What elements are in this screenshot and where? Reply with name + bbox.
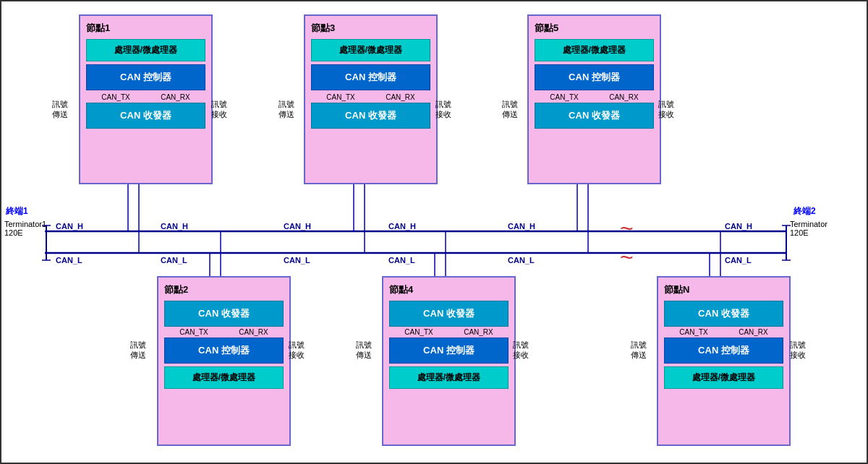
break-symbol-2: ~ xyxy=(620,244,634,271)
node4-rx: CAN_RX xyxy=(464,328,493,336)
node4-transceiver: CAN 收發器 xyxy=(389,301,509,327)
node5-rx: CAN_RX xyxy=(609,93,639,101)
terminator2-label: 終端2 xyxy=(793,205,816,218)
diagram: 終端1 Terminator1120E 終端2 Terminator120E C… xyxy=(0,0,868,464)
node1-tx: CAN_TX xyxy=(101,93,129,101)
node2-tx: CAN_TX xyxy=(179,328,208,336)
node4-title: 節點4 xyxy=(389,283,509,296)
node2-signal-send: 訊號傳送 xyxy=(130,340,146,361)
node4-processor: 處理器/微處理器 xyxy=(389,366,509,389)
node5-controller: CAN 控制器 xyxy=(535,64,654,90)
nodeN: 節點N CAN 收發器 CAN_TX CAN_RX CAN 控制器 處理器/微處… xyxy=(657,276,791,446)
node2-txrx: CAN_TX CAN_RX xyxy=(164,328,284,336)
bus-canh-label-left: CAN_H xyxy=(56,222,83,231)
bus-canl-label-left: CAN_L xyxy=(56,256,82,265)
bus-canl-label-3: CAN_L xyxy=(284,256,310,265)
node4-tx: CAN_TX xyxy=(404,328,433,336)
node2-rx: CAN_RX xyxy=(239,328,268,336)
nodeN-controller: CAN 控制器 xyxy=(664,338,783,364)
bus-canh-label-3: CAN_H xyxy=(284,222,311,231)
node4: 節點4 CAN 收發器 CAN_TX CAN_RX CAN 控制器 處理器/微處… xyxy=(382,276,516,446)
node3-title: 節點3 xyxy=(311,22,430,35)
node3-txrx: CAN_TX CAN_RX xyxy=(311,93,430,101)
node5-processor: 處理器/微處理器 xyxy=(535,39,654,61)
nodeN-transceiver: CAN 收發器 xyxy=(664,301,783,327)
bus-canh-label-5: CAN_H xyxy=(508,222,535,231)
node4-controller: CAN 控制器 xyxy=(389,338,509,364)
node1-processor: 處理器/微處理器 xyxy=(86,39,205,61)
node5-txrx: CAN_TX CAN_RX xyxy=(535,93,654,101)
node5-signal-recv: 訊號接收 xyxy=(658,99,674,120)
nodeN-title: 節點N xyxy=(664,283,783,296)
bus-canh-label-n: CAN_H xyxy=(725,222,752,231)
node3-controller: CAN 控制器 xyxy=(311,64,430,90)
nodeN-tx: CAN_TX xyxy=(679,328,707,336)
node4-txrx: CAN_TX CAN_RX xyxy=(389,328,509,336)
node2-title: 節點2 xyxy=(164,283,284,296)
node5-signal-send: 訊號傳送 xyxy=(502,99,518,120)
break-symbol: ~ xyxy=(620,215,634,242)
node3-signal-recv: 訊號接收 xyxy=(435,99,451,120)
node2-processor: 處理器/微處理器 xyxy=(164,366,284,389)
node1-transceiver: CAN 收發器 xyxy=(86,103,205,129)
terminator2-sublabel: Terminator120E xyxy=(790,220,827,237)
bus-canh-label-2: CAN_H xyxy=(161,222,188,231)
node1-title: 節點1 xyxy=(86,22,205,35)
node4-signal-recv: 訊號接收 xyxy=(513,340,529,361)
node2-signal-recv: 訊號接收 xyxy=(289,340,305,361)
node1-signal-recv: 訊號接收 xyxy=(211,99,227,120)
node5-transceiver: CAN 收發器 xyxy=(535,103,654,129)
node2: 節點2 CAN 收發器 CAN_TX CAN_RX CAN 控制器 處理器/微處… xyxy=(157,276,291,446)
bus-canl-label-2: CAN_L xyxy=(161,256,187,265)
node1-controller: CAN 控制器 xyxy=(86,64,205,90)
node2-transceiver: CAN 收發器 xyxy=(164,301,284,327)
node3-transceiver: CAN 收發器 xyxy=(311,103,430,129)
bus-canl-label-n: CAN_L xyxy=(725,256,752,265)
nodeN-signal-recv: 訊號接收 xyxy=(790,340,806,361)
bus-canl-label-5: CAN_L xyxy=(508,256,535,265)
node1: 節點1 處理器/微處理器 CAN 控制器 CAN_TX CAN_RX CAN 收… xyxy=(79,14,213,184)
nodeN-processor: 處理器/微處理器 xyxy=(664,366,783,389)
nodeN-txrx: CAN_TX CAN_RX xyxy=(664,328,783,336)
node3-signal-send: 訊號傳送 xyxy=(278,99,294,120)
node1-rx: CAN_RX xyxy=(161,93,190,101)
node5-tx: CAN_TX xyxy=(550,93,578,101)
node3-tx: CAN_TX xyxy=(326,93,354,101)
node4-signal-send: 訊號傳送 xyxy=(356,340,372,361)
terminator1-sublabel: Terminator1120E xyxy=(4,220,46,237)
node1-txrx: CAN_TX CAN_RX xyxy=(86,93,205,101)
node3-processor: 處理器/微處理器 xyxy=(311,39,430,61)
node3: 節點3 處理器/微處理器 CAN 控制器 CAN_TX CAN_RX CAN 收… xyxy=(304,14,438,184)
node1-signal-send: 訊號傳送 xyxy=(52,99,68,120)
node2-controller: CAN 控制器 xyxy=(164,338,284,364)
node3-rx: CAN_RX xyxy=(386,93,415,101)
bus-canl-label-4: CAN_L xyxy=(388,256,415,265)
node5-title: 節點5 xyxy=(535,22,654,35)
nodeN-rx: CAN_RX xyxy=(739,328,768,336)
nodeN-signal-send: 訊號傳送 xyxy=(631,340,647,361)
node5: 節點5 處理器/微處理器 CAN 控制器 CAN_TX CAN_RX CAN 收… xyxy=(527,14,661,184)
terminator1-label: 終端1 xyxy=(6,205,28,218)
bus-canh-label-4: CAN_H xyxy=(388,222,416,231)
